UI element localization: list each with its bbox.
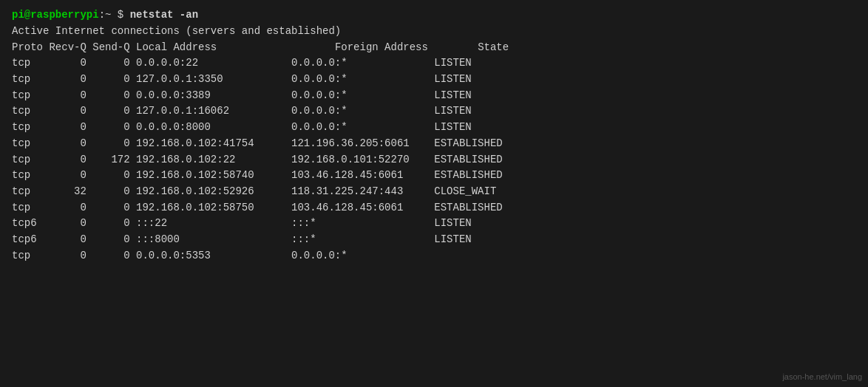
prompt-line: pi@raspberrypi:~ $ netstat -an [12, 9, 856, 21]
table-row: tcp 0 0 192.168.0.102:58740 103.46.128.4… [12, 168, 856, 184]
watermark: jason-he.net/vim_lang [782, 372, 862, 381]
col-state: State [478, 41, 509, 53]
col-send-q: Send-Q [92, 41, 136, 53]
table-row: tcp 0 0 127.0.0.1:16062 0.0.0.0:* LISTEN [12, 103, 856, 120]
prompt-user: pi@raspberrypi [12, 9, 99, 21]
col-foreign-address: Foreign Address [279, 41, 478, 53]
table-row: tcp 0 0 192.168.0.102:41754 121.196.36.2… [12, 136, 856, 152]
column-headers: Proto Recv-Q Send-Q Local Address Foreig… [12, 40, 856, 56]
terminal-window: pi@raspberrypi:~ $ netstat -an Active In… [12, 9, 856, 387]
col-local-address: Local Address [136, 41, 279, 53]
col-proto: Proto [12, 41, 49, 53]
table-row: tcp 0 0 0.0.0.0:5353 0.0.0.0:* [12, 248, 856, 264]
table-row: tcp 0 0 192.168.0.102:58750 103.46.128.4… [12, 200, 856, 216]
table-row: tcp6 0 0 :::22 :::* LISTEN [12, 216, 856, 232]
prompt-separator: :~ $ [99, 9, 130, 21]
table-row: tcp 0 0 0.0.0.0:3389 0.0.0.0:* LISTEN [12, 88, 856, 104]
active-connections-header: Active Internet connections (servers and… [12, 24, 856, 40]
table-row: tcp 0 0 0.0.0.0:22 0.0.0.0:* LISTEN [12, 55, 856, 72]
prompt-command: netstat -an [130, 9, 198, 21]
table-row: tcp 0 172 192.168.0.102:22 192.168.0.101… [12, 152, 856, 168]
table-row: tcp 0 0 0.0.0.0:8000 0.0.0.0:* LISTEN [12, 120, 856, 136]
table-row: tcp 32 0 192.168.0.102:52926 118.31.225.… [12, 184, 856, 200]
col-recv-q: Recv-Q [49, 41, 92, 53]
netstat-table: tcp 0 0 0.0.0.0:22 0.0.0.0:* LISTENtcp 0… [12, 55, 856, 264]
table-row: tcp 0 0 127.0.0.1:3350 0.0.0.0:* LISTEN [12, 72, 856, 88]
table-row: tcp6 0 0 :::8000 :::* LISTEN [12, 232, 856, 248]
